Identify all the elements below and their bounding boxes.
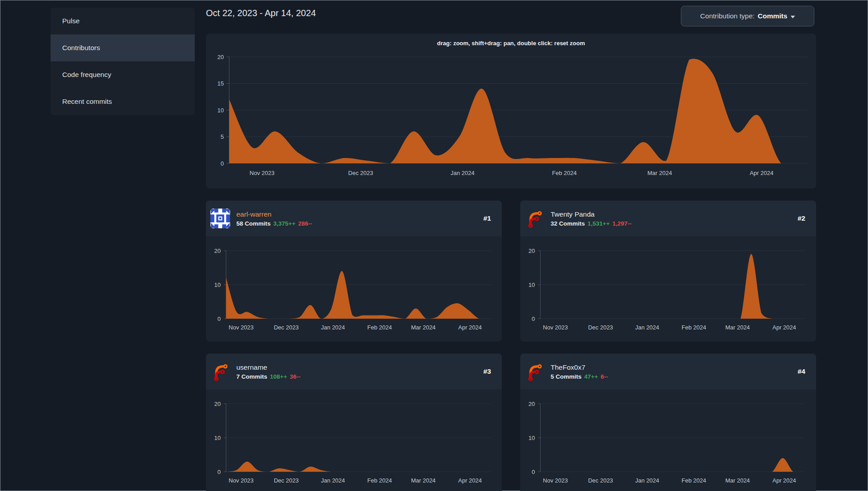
sidebar-item-code-frequency[interactable]: Code frequency — [51, 61, 195, 88]
svg-text:Apr 2024: Apr 2024 — [458, 324, 482, 331]
contribution-type-dropdown[interactable]: Contribution type: Commits — [681, 6, 814, 26]
overall-commits-chart-card: drag: zoom, shift+drag: pan, double clic… — [206, 34, 816, 188]
contributor-name[interactable]: earl-warren — [236, 210, 477, 219]
svg-text:10: 10 — [214, 435, 221, 441]
svg-text:10: 10 — [218, 107, 224, 114]
contributor-name: username — [236, 363, 477, 372]
svg-text:Mar 2024: Mar 2024 — [725, 477, 750, 484]
contributor-card-header: TheFox0x7 5 Commits47++6-- #4 — [520, 354, 816, 389]
contributor-stats: 5 Commits47++6-- — [551, 373, 791, 380]
contributor-commits-area-chart[interactable]: 01020Nov 2023Dec 2023Jan 2024Feb 2024Mar… — [206, 236, 502, 342]
activity-sidebar: Pulse Contributors Code frequency Recent… — [51, 8, 195, 115]
avatar — [210, 362, 230, 381]
rank-badge: #4 — [798, 367, 805, 376]
svg-text:0: 0 — [218, 469, 221, 475]
contributor-info: Twenty Panda 32 Commits1,531++1,297-- — [551, 210, 791, 227]
commit-count: 7 Commits — [236, 373, 267, 380]
contributor-card-header: earl-warren 58 Commits3,375++286-- #1 — [206, 201, 502, 236]
svg-text:Mar 2024: Mar 2024 — [411, 477, 436, 484]
svg-text:Jan 2024: Jan 2024 — [321, 477, 345, 484]
svg-text:Feb 2024: Feb 2024 — [368, 477, 392, 484]
commit-count: 5 Commits — [551, 373, 582, 380]
contributor-card-earl-warren: earl-warren 58 Commits3,375++286-- #1 01… — [206, 201, 502, 342]
additions-count: 3,375++ — [274, 220, 296, 227]
svg-text:Apr 2024: Apr 2024 — [773, 324, 796, 331]
svg-text:20: 20 — [214, 248, 221, 254]
svg-text:Feb 2024: Feb 2024 — [682, 477, 706, 484]
rank-badge: #1 — [483, 214, 491, 222]
svg-text:Nov 2023: Nov 2023 — [543, 477, 568, 484]
sidebar-item-label: Recent commits — [62, 98, 112, 106]
contributors-page: Pulse Contributors Code frequency Recent… — [0, 0, 868, 491]
svg-text:Apr 2024: Apr 2024 — [750, 170, 774, 176]
svg-text:Nov 2023: Nov 2023 — [543, 324, 568, 331]
svg-text:Nov 2023: Nov 2023 — [229, 477, 254, 484]
additions-count: 1,531++ — [588, 220, 610, 227]
contributor-info: earl-warren 58 Commits3,375++286-- — [236, 210, 477, 227]
svg-text:Jan 2024: Jan 2024 — [635, 477, 659, 484]
contribution-type-value: Commits — [758, 12, 787, 20]
svg-text:Jan 2024: Jan 2024 — [450, 170, 475, 176]
svg-text:Dec 2023: Dec 2023 — [274, 324, 299, 331]
svg-text:15: 15 — [218, 80, 224, 87]
additions-count: 108++ — [270, 373, 287, 380]
contributor-stats: 32 Commits1,531++1,297-- — [551, 220, 791, 227]
svg-text:20: 20 — [529, 401, 535, 407]
contributor-commits-area-chart[interactable]: 01020Nov 2023Dec 2023Jan 2024Feb 2024Mar… — [520, 236, 816, 342]
overall-commits-area-chart[interactable]: 05101520Nov 2023Dec 2023Jan 2024Feb 2024… — [206, 34, 816, 188]
commit-count: 58 Commits — [236, 220, 271, 227]
commit-count: 32 Commits — [551, 220, 585, 227]
rank-badge: #3 — [483, 367, 491, 376]
deletions-count: 286-- — [298, 220, 312, 227]
svg-text:10: 10 — [214, 282, 221, 288]
svg-text:Nov 2023: Nov 2023 — [250, 170, 275, 176]
chevron-down-icon — [791, 16, 795, 18]
svg-text:Mar 2024: Mar 2024 — [725, 324, 750, 331]
deletions-count: 1,297-- — [612, 220, 632, 227]
svg-text:0: 0 — [532, 469, 535, 475]
sidebar-item-label: Code frequency — [62, 71, 111, 79]
date-range-title: Oct 22, 2023 - Apr 14, 2024 — [206, 8, 316, 18]
avatar — [525, 362, 544, 381]
svg-text:Feb 2024: Feb 2024 — [368, 324, 392, 331]
contributor-card-header: username 7 Commits108++36-- #3 — [206, 354, 502, 389]
deletions-count: 6-- — [601, 373, 608, 380]
svg-text:Dec 2023: Dec 2023 — [588, 477, 613, 484]
avatar — [525, 209, 544, 228]
contributor-card-header: Twenty Panda 32 Commits1,531++1,297-- #2 — [520, 201, 816, 236]
svg-text:10: 10 — [529, 435, 535, 441]
sidebar-item-pulse[interactable]: Pulse — [51, 8, 195, 34]
svg-text:0: 0 — [218, 316, 221, 322]
svg-text:Dec 2023: Dec 2023 — [274, 477, 299, 484]
svg-text:10: 10 — [529, 282, 535, 288]
contributor-commits-area-chart[interactable]: 01020Nov 2023Dec 2023Jan 2024Feb 2024Mar… — [206, 389, 502, 491]
svg-text:Jan 2024: Jan 2024 — [321, 324, 345, 331]
svg-text:Mar 2024: Mar 2024 — [411, 324, 436, 331]
svg-text:Feb 2024: Feb 2024 — [682, 324, 706, 331]
svg-text:Nov 2023: Nov 2023 — [229, 324, 254, 331]
svg-text:Feb 2024: Feb 2024 — [552, 170, 577, 176]
sidebar-item-label: Contributors — [62, 44, 100, 52]
svg-text:0: 0 — [221, 160, 224, 167]
svg-text:Mar 2024: Mar 2024 — [647, 170, 672, 176]
rank-badge: #2 — [798, 214, 805, 222]
svg-text:Apr 2024: Apr 2024 — [773, 477, 796, 484]
contributor-card-username: username 7 Commits108++36-- #3 01020Nov … — [206, 354, 502, 491]
svg-text:20: 20 — [529, 248, 535, 254]
contributor-commits-area-chart[interactable]: 01020Nov 2023Dec 2023Jan 2024Feb 2024Mar… — [520, 389, 816, 491]
deletions-count: 36-- — [290, 373, 300, 380]
contributor-card-twenty-panda: Twenty Panda 32 Commits1,531++1,297-- #2… — [520, 201, 816, 342]
svg-text:Dec 2023: Dec 2023 — [348, 170, 373, 176]
avatar — [210, 209, 230, 228]
svg-text:5: 5 — [221, 133, 224, 140]
sidebar-item-contributors[interactable]: Contributors — [51, 34, 195, 61]
additions-count: 47++ — [584, 373, 598, 380]
svg-text:Dec 2023: Dec 2023 — [588, 324, 613, 331]
sidebar-item-recent-commits[interactable]: Recent commits — [51, 88, 195, 115]
svg-text:20: 20 — [214, 401, 221, 407]
contributor-info: username 7 Commits108++36-- — [236, 363, 477, 380]
contributor-info: TheFox0x7 5 Commits47++6-- — [551, 363, 791, 380]
contributor-stats: 58 Commits3,375++286-- — [236, 220, 477, 227]
contributor-card-thefox0x7: TheFox0x7 5 Commits47++6-- #4 01020Nov 2… — [520, 354, 816, 491]
contribution-type-label: Contribution type: — [700, 12, 755, 20]
